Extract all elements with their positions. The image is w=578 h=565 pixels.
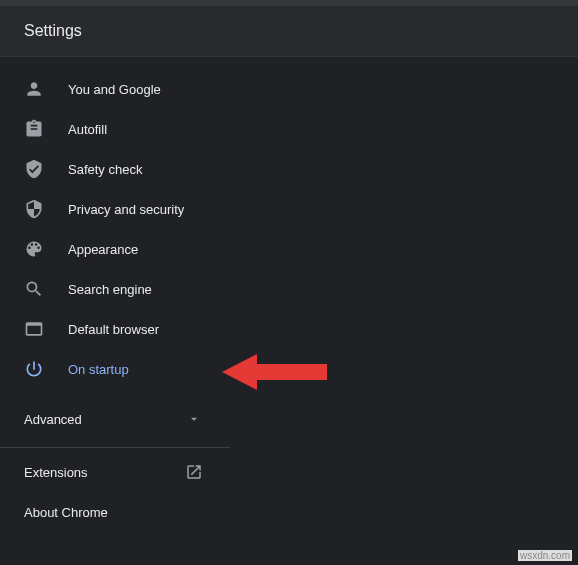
chevron-down-icon xyxy=(184,409,204,429)
nav-item-safety-check[interactable]: Safety check xyxy=(0,149,578,189)
nav-label: Search engine xyxy=(68,282,152,297)
nav-item-autofill[interactable]: Autofill xyxy=(0,109,578,149)
nav-item-default-browser[interactable]: Default browser xyxy=(0,309,578,349)
shield-icon xyxy=(24,199,44,219)
nav-label: On startup xyxy=(68,362,129,377)
power-icon xyxy=(24,359,44,379)
advanced-label: Advanced xyxy=(24,412,82,427)
search-icon xyxy=(24,279,44,299)
nav-item-you-and-google[interactable]: You and Google xyxy=(0,69,578,109)
advanced-toggle[interactable]: Advanced xyxy=(0,395,578,443)
about-chrome-label: About Chrome xyxy=(24,505,108,520)
nav-label: Safety check xyxy=(68,162,142,177)
nav-item-about-chrome[interactable]: About Chrome xyxy=(0,492,578,532)
nav-item-search-engine[interactable]: Search engine xyxy=(0,269,578,309)
nav-label: Appearance xyxy=(68,242,138,257)
nav-label: Default browser xyxy=(68,322,159,337)
nav-label: Autofill xyxy=(68,122,107,137)
nav-item-extensions[interactable]: Extensions xyxy=(0,452,578,492)
nav-label: Privacy and security xyxy=(68,202,184,217)
watermark: wsxdn.com xyxy=(518,550,572,561)
settings-nav: You and Google Autofill Safety check Pri… xyxy=(0,57,578,389)
person-icon xyxy=(24,79,44,99)
browser-icon xyxy=(24,319,44,339)
external-link-icon xyxy=(184,462,204,482)
palette-icon xyxy=(24,239,44,259)
nav-item-appearance[interactable]: Appearance xyxy=(0,229,578,269)
clipboard-icon xyxy=(24,119,44,139)
page-title: Settings xyxy=(24,22,554,40)
settings-header: Settings xyxy=(0,6,578,57)
shield-check-icon xyxy=(24,159,44,179)
nav-item-on-startup[interactable]: On startup xyxy=(0,349,578,389)
extensions-label: Extensions xyxy=(24,465,88,480)
nav-label: You and Google xyxy=(68,82,161,97)
divider xyxy=(0,447,230,448)
nav-item-privacy-security[interactable]: Privacy and security xyxy=(0,189,578,229)
